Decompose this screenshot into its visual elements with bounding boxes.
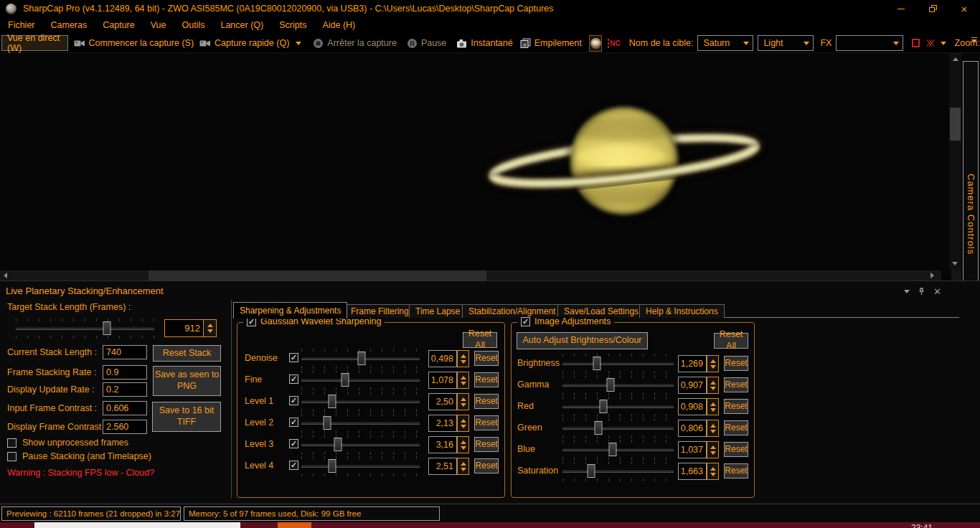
- gamma-value[interactable]: 0,907: [678, 377, 707, 394]
- taskbar-app-button-highlight[interactable]: [278, 522, 311, 528]
- level2-reset-button[interactable]: Reset: [474, 415, 499, 430]
- horizontal-scrollbar[interactable]: [0, 270, 961, 280]
- red-reset-button[interactable]: Reset: [724, 399, 748, 414]
- reticle-icon[interactable]: [925, 37, 936, 49]
- show-unprocessed-checkbox-row[interactable]: Show unprocessed frames: [7, 438, 128, 448]
- taskbar-app-button[interactable]: [34, 522, 240, 528]
- preview-area[interactable]: [0, 53, 980, 270]
- tab-help-instructions[interactable]: Help & Instructions: [639, 304, 725, 318]
- start-capture-button[interactable]: Commencer la capture (S): [74, 38, 194, 48]
- snapshot-button[interactable]: Instantané: [456, 38, 512, 48]
- slider-thumb[interactable]: [341, 373, 349, 387]
- target-stack-length-value[interactable]: 912: [165, 320, 203, 336]
- scroll-down-icon[interactable]: [952, 262, 958, 265]
- auto-adjust-button[interactable]: Auto Adjust Brightness/Colour: [517, 332, 648, 349]
- green-value[interactable]: 0,806: [678, 420, 707, 437]
- close-button[interactable]: ×: [948, 0, 980, 17]
- fx-combo[interactable]: [836, 35, 903, 51]
- brightness-slider[interactable]: [562, 354, 674, 374]
- frame-stacking-rate-field[interactable]: 0.9: [103, 365, 147, 380]
- menu-vue[interactable]: Vue: [143, 17, 174, 34]
- pause-stacking-checkbox-row[interactable]: Pause Stacking (and Timelapse): [7, 451, 151, 461]
- menu-lancer[interactable]: Lancer (Q): [212, 17, 271, 34]
- level3-reset-button[interactable]: Reset: [474, 437, 499, 452]
- scroll-left-icon[interactable]: [4, 273, 7, 278]
- adjustments-enable-checkbox[interactable]: ✓: [521, 317, 530, 326]
- spin-up-icon[interactable]: [207, 324, 213, 327]
- slider-thumb[interactable]: [600, 400, 608, 413]
- level2-slider[interactable]: [301, 413, 420, 433]
- maximize-button[interactable]: [917, 0, 948, 17]
- slider-thumb[interactable]: [608, 443, 616, 456]
- gamma-reset-button[interactable]: Reset: [724, 377, 748, 392]
- taskbar-clock[interactable]: 23:41: [911, 523, 933, 528]
- chevron-down-icon[interactable]: [296, 42, 301, 45]
- inc-filename-icon[interactable]: NC: [608, 39, 620, 48]
- target-stack-length-slider[interactable]: [16, 319, 154, 339]
- slider-thumb[interactable]: [606, 378, 614, 392]
- windows-taskbar[interactable]: 23:41: [0, 522, 980, 528]
- blue-spinner[interactable]: [707, 441, 719, 458]
- slider-thumb[interactable]: [103, 321, 111, 335]
- red-spinner[interactable]: [707, 398, 719, 415]
- menu-outils[interactable]: Outils: [174, 17, 213, 34]
- green-spinner[interactable]: [707, 420, 719, 437]
- save-tiff-button[interactable]: Save to 16 bit TIFF: [152, 402, 221, 432]
- row-checkbox[interactable]: ✓: [289, 418, 298, 427]
- blue-reset-button[interactable]: Reset: [724, 442, 748, 457]
- green-reset-button[interactable]: Reset: [724, 420, 748, 435]
- blue-value[interactable]: 1,037: [678, 441, 707, 458]
- saturation-slider[interactable]: [562, 461, 674, 481]
- fine-value[interactable]: 1,078: [428, 372, 457, 389]
- red-slider[interactable]: [562, 397, 674, 417]
- brightness-spinner[interactable]: [707, 355, 719, 372]
- vertical-scroll-thumb[interactable]: [950, 108, 961, 141]
- wavelet-reset-all-button[interactable]: Reset All: [463, 332, 497, 348]
- row-checkbox[interactable]: ✓: [289, 353, 298, 362]
- level3-spinner[interactable]: [457, 436, 469, 453]
- level1-slider[interactable]: [301, 392, 420, 412]
- tab-time-lapse[interactable]: Time Lapse: [409, 304, 466, 318]
- menu-aide[interactable]: Aide (H): [314, 17, 363, 34]
- level2-spinner[interactable]: [457, 415, 469, 432]
- blue-slider[interactable]: [562, 440, 674, 460]
- menu-scripts[interactable]: Scripts: [271, 17, 314, 34]
- selection-area-icon[interactable]: [912, 39, 920, 47]
- level2-value[interactable]: 2,13: [428, 415, 457, 432]
- frame-type-combo[interactable]: Light: [758, 35, 814, 51]
- slider-track[interactable]: [16, 327, 154, 330]
- row-checkbox[interactable]: ✓: [289, 374, 298, 384]
- toolbar-overflow-button[interactable]: [970, 37, 979, 43]
- menu-cameras[interactable]: Cameras: [43, 17, 95, 34]
- save-png-button[interactable]: Save as seen to PNG: [153, 366, 221, 396]
- gamma-slider[interactable]: [562, 375, 674, 395]
- display-frame-contrast-field[interactable]: 2.560: [103, 420, 147, 434]
- saturation-reset-button[interactable]: Reset: [724, 463, 748, 478]
- row-checkbox[interactable]: ✓: [289, 396, 298, 405]
- fine-reset-button[interactable]: Reset: [474, 372, 499, 387]
- target-stack-length-input[interactable]: 912: [164, 319, 217, 337]
- level1-reset-button[interactable]: Reset: [474, 394, 499, 409]
- brightness-reset-button[interactable]: Reset: [724, 356, 748, 371]
- red-value[interactable]: 0,908: [678, 398, 707, 415]
- target-stack-length-spinner[interactable]: [203, 320, 216, 336]
- planet-view-toggle-button[interactable]: [589, 35, 603, 52]
- target-name-combo[interactable]: Saturn: [697, 35, 753, 51]
- reset-stack-button[interactable]: Reset Stack: [153, 345, 221, 362]
- minimize-button[interactable]: [885, 0, 917, 17]
- green-slider[interactable]: [562, 418, 674, 438]
- adjustments-reset-all-button[interactable]: Reset All: [714, 333, 748, 349]
- slider-thumb[interactable]: [328, 395, 336, 408]
- level1-value[interactable]: 2,50: [428, 393, 457, 410]
- stacking-button[interactable]: a Empilement: [520, 38, 582, 48]
- checkbox-unchecked[interactable]: [7, 452, 17, 461]
- slider-thumb[interactable]: [358, 352, 366, 365]
- horizontal-scroll-thumb[interactable]: [149, 270, 486, 280]
- row-checkbox[interactable]: ✓: [289, 439, 298, 448]
- current-stack-length-field[interactable]: 740: [103, 345, 147, 359]
- level3-slider[interactable]: [301, 435, 420, 455]
- slider-thumb[interactable]: [588, 464, 595, 478]
- slider-thumb[interactable]: [328, 459, 336, 473]
- scroll-up-icon[interactable]: [953, 57, 958, 61]
- slider-thumb[interactable]: [324, 416, 331, 430]
